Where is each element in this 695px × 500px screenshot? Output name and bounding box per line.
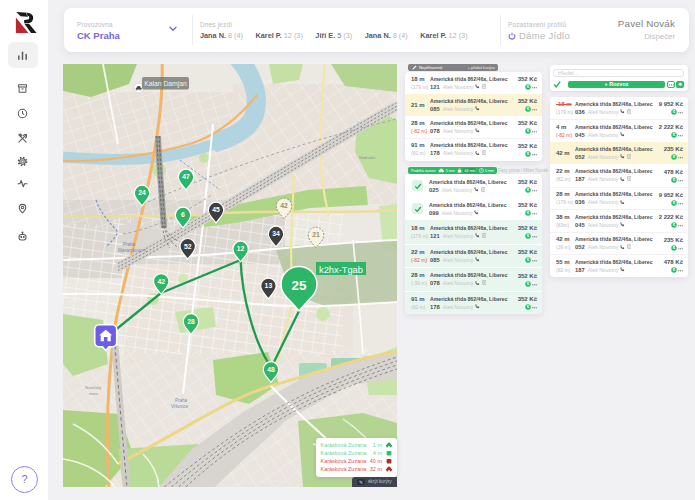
svg-text:42: 42 [280,202,288,209]
svg-text:48: 48 [267,366,275,373]
svg-text:Nádražní: Nádražní [359,155,376,160]
svg-text:13: 13 [265,282,273,289]
svg-text:24: 24 [138,189,146,196]
svg-text:Praha: Praha [175,398,188,403]
svg-text:21: 21 [312,231,320,238]
svg-text:25: 25 [291,278,307,293]
svg-text:42: 42 [157,278,165,285]
svg-text:52: 52 [184,243,192,250]
svg-text:12: 12 [237,245,245,252]
svg-text:Kalan Damjan: Kalan Damjan [144,80,187,88]
svg-text:Praha: Praha [123,242,136,247]
svg-text:34: 34 [272,230,280,237]
svg-text:28: 28 [187,318,195,325]
svg-text:47: 47 [182,173,190,180]
svg-text:45: 45 [212,206,220,213]
svg-text:most: most [89,391,99,396]
svg-text:Masarykovo n.: Masarykovo n. [118,248,147,253]
svg-text:Nuselský: Nuselský [85,385,101,390]
svg-text:Vršovice: Vršovice [171,404,189,409]
svg-text:6: 6 [181,211,185,218]
svg-text:k2hx-Tgab: k2hx-Tgab [319,265,363,275]
